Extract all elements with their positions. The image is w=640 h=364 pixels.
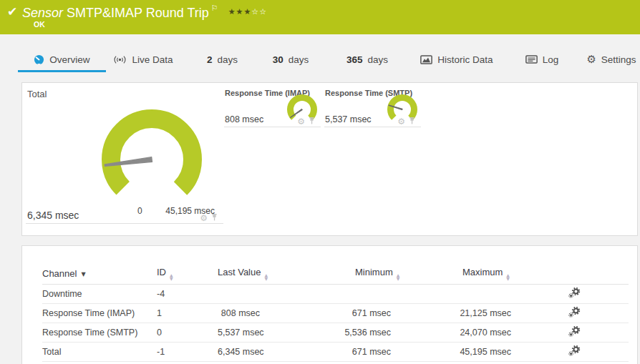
sort-both-icon: ▲▼: [264, 273, 268, 280]
tab-365-days-number: 365: [346, 54, 363, 65]
tab-2-days-number: 2: [207, 54, 213, 65]
total-gauge-actions: ⚙: [200, 214, 218, 222]
page-title: SMTP&IMAP Round Trip: [67, 6, 209, 20]
cell-channel: Downtime: [42, 284, 157, 303]
column-header-minimum-label: Minimum: [355, 267, 393, 277]
imap-gauge-block: Response Time (IMAP) 808 msec ⚙: [224, 87, 321, 127]
channels-panel: Channel▼ ID▲▼ Last Value▲▼ Minimum▲▼ Max…: [21, 245, 638, 364]
table-row-smtp: Response Time (SMTP) 0 5,537 msec 5,536 …: [42, 323, 629, 342]
gauge-settings-gear-icon[interactable]: ⚙: [200, 215, 208, 222]
tab-historic-data-label: Historic Data: [437, 54, 493, 65]
gauge-settings-gear-icon[interactable]: ⚙: [297, 118, 305, 125]
total-gauge-title: Total: [27, 89, 47, 99]
column-header-last-value-label: Last Value: [218, 267, 261, 277]
gauge-settings-gear-icon[interactable]: ⚙: [397, 118, 405, 125]
gauge-icon: [34, 54, 44, 65]
stars-empty-icon[interactable]: ☆☆: [251, 7, 267, 16]
cell-last-value: [218, 284, 311, 303]
pin-icon[interactable]: [211, 214, 218, 222]
channel-settings-gears-icon[interactable]: [568, 326, 581, 339]
cell-minimum: 671 msec: [311, 303, 429, 323]
column-header-channel-label: Channel: [42, 268, 77, 279]
cell-id: 0: [157, 323, 218, 342]
cell-maximum: [429, 284, 547, 303]
channels-table: Channel▼ ID▲▼ Last Value▲▼ Minimum▲▼ Max…: [42, 264, 629, 362]
cell-id: -4: [157, 284, 218, 303]
column-header-minimum[interactable]: Minimum▲▼: [311, 264, 429, 284]
table-row-total: Total -1 6,345 msec 671 msec 45,195 msec: [42, 342, 629, 361]
cell-channel: Total: [42, 342, 157, 361]
column-header-id-label: ID: [157, 267, 166, 277]
tab-live-data-label: Live Data: [132, 54, 173, 65]
tab-30-days-unit: days: [289, 54, 309, 65]
log-list-icon: [525, 55, 538, 64]
cell-channel: Response Time (IMAP): [42, 303, 157, 323]
total-gauge-value: 6,345 msec: [27, 210, 79, 221]
imap-gauge-actions: ⚙: [297, 117, 315, 125]
priority-stars[interactable]: ★★★☆☆: [228, 7, 267, 16]
total-gauge-min-label: 0: [137, 206, 142, 216]
tab-30-days[interactable]: 30 days: [268, 46, 313, 72]
sort-desc-icon: ▼: [81, 271, 85, 277]
tab-2-days[interactable]: 2 days: [203, 46, 242, 72]
broadcast-icon: [113, 55, 127, 64]
cell-minimum: 5,536 msec: [311, 323, 429, 342]
tab-2-days-unit: days: [217, 54, 238, 65]
tab-bar: Overview Live Data 2 days 30 days 365 da…: [0, 34, 640, 82]
status-ok-check-icon: ✔: [7, 4, 17, 19]
tab-log[interactable]: Log: [520, 46, 564, 72]
tab-historic-data[interactable]: Historic Data: [417, 46, 497, 72]
channel-settings-gears-icon[interactable]: [568, 287, 581, 300]
table-row-downtime: Downtime -4: [42, 284, 629, 303]
channel-settings-gears-icon[interactable]: [568, 307, 581, 320]
column-header-id[interactable]: ID▲▼: [157, 264, 218, 284]
cell-id: -1: [157, 342, 218, 361]
tab-365-days[interactable]: 365 days: [342, 46, 392, 72]
tab-overview-label: Overview: [49, 54, 89, 65]
cell-maximum: 24,070 msec: [429, 323, 547, 342]
cell-last-value: 6,345 msec: [218, 342, 311, 361]
cell-last-value: 5,537 msec: [218, 323, 311, 342]
column-header-maximum[interactable]: Maximum▲▼: [429, 264, 547, 284]
tab-log-label: Log: [543, 54, 559, 65]
tab-settings-label: Settings: [601, 54, 636, 65]
sensor-title-line: SensorSMTP&IMAP Round Trip⚐★★★☆☆: [22, 4, 267, 21]
tab-365-days-unit: days: [368, 54, 389, 65]
cell-channel: Response Time (SMTP): [42, 323, 157, 342]
imap-gauge-value: 808 msec: [225, 114, 263, 124]
tab-settings[interactable]: ⚙ Settings: [584, 46, 639, 72]
table-row-imap: Response Time (IMAP) 1 808 msec 671 msec…: [42, 303, 629, 323]
sort-both-icon: ▲▼: [397, 273, 400, 280]
status-badge: OK: [34, 20, 45, 29]
sort-both-icon: ▲▼: [170, 273, 173, 280]
total-gauge: [98, 106, 205, 213]
cell-id: 1: [157, 303, 218, 323]
table-header-row: Channel▼ ID▲▼ Last Value▲▼ Minimum▲▼ Max…: [42, 264, 629, 284]
cell-last-value: 808 msec: [218, 303, 311, 323]
gear-icon: ⚙: [586, 53, 596, 66]
sort-both-icon: ▲▼: [506, 273, 510, 280]
pin-icon[interactable]: [409, 117, 415, 125]
channel-settings-gears-icon[interactable]: [568, 345, 581, 358]
column-header-channel[interactable]: Channel▼: [42, 264, 157, 284]
gauges-panel: Total 0 45,195 msec 6,345 msec ⚙ Respons: [21, 82, 638, 236]
cell-minimum: 671 msec: [311, 342, 429, 361]
tab-overview[interactable]: Overview: [18, 46, 106, 72]
smtp-gauge-block: Response Time (SMTP) 5,537 msec ⚙: [324, 87, 421, 127]
total-gauge-block: Total 0 45,195 msec 6,345 msec ⚙: [26, 87, 223, 224]
flag-icon[interactable]: ⚐: [211, 4, 218, 13]
sensor-header: ✔ SensorSMTP&IMAP Round Trip⚐★★★☆☆ OK: [0, 0, 640, 34]
cell-maximum: 45,195 msec: [429, 342, 547, 361]
column-header-last-value[interactable]: Last Value▲▼: [218, 264, 311, 284]
cell-minimum: [311, 284, 429, 303]
pin-icon[interactable]: [309, 117, 315, 125]
sensor-kind-label: Sensor: [22, 6, 63, 20]
tab-live-data[interactable]: Live Data: [109, 46, 178, 72]
column-header-actions: [547, 264, 629, 284]
column-header-maximum-label: Maximum: [462, 267, 503, 277]
smtp-gauge-value: 5,537 msec: [325, 114, 372, 124]
tab-30-days-number: 30: [273, 54, 283, 65]
stars-filled-icon[interactable]: ★★★: [228, 7, 252, 16]
smtp-gauge-actions: ⚙: [397, 117, 415, 125]
chart-icon: [420, 55, 432, 64]
